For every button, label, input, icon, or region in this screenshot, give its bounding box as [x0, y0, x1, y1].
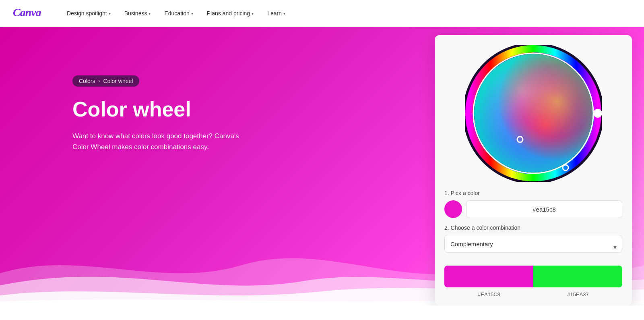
hero-section: Colors › Color wheel Color wheel Want to… [0, 27, 644, 305]
hero-right: 1. Pick a color 2. Choose a color combin… [435, 27, 644, 305]
chevron-down-icon: ▾ [252, 11, 254, 16]
pick-color-label: 1. Pick a color [444, 190, 622, 196]
navbar: Canva Design spotlight ▾ Business ▾ Educ… [0, 0, 644, 27]
chevron-down-icon: ▾ [191, 11, 193, 16]
nav-plans-pricing[interactable]: Plans and pricing ▾ [201, 7, 259, 20]
hero-title: Color wheel [72, 98, 411, 121]
color-code-2: #15EA37 [567, 291, 589, 297]
color-codes: #EA15C8 #15EA37 [444, 291, 622, 297]
breadcrumb: Colors › Color wheel [72, 75, 139, 87]
bottom-section: Color theory and the color wheel Ever wo… [0, 305, 644, 320]
nav-design-spotlight[interactable]: Design spotlight ▾ [61, 7, 116, 20]
color-wheel-container[interactable] [465, 45, 602, 182]
svg-text:Canva: Canva [13, 6, 41, 19]
color-wheel-svg [465, 45, 602, 182]
svg-point-21 [594, 109, 602, 117]
nav-items: Design spotlight ▾ Business ▾ Education … [61, 7, 291, 20]
chevron-down-icon: ▾ [149, 11, 151, 16]
nav-learn[interactable]: Learn ▾ [262, 7, 291, 20]
color-bar-primary [444, 266, 533, 287]
color-bar-complementary [533, 266, 622, 287]
hero-content: Colors › Color wheel Color wheel Want to… [0, 27, 435, 185]
hero-description: Want to know what colors look good toget… [72, 131, 242, 152]
color-swatch[interactable] [444, 200, 462, 218]
chevron-down-icon: ▾ [109, 11, 111, 16]
color-hex-input[interactable] [466, 200, 622, 218]
svg-point-18 [474, 54, 592, 172]
canva-logo[interactable]: Canva [13, 6, 45, 21]
color-panel: 1. Pick a color 2. Choose a color combin… [435, 35, 632, 305]
color-bars [444, 266, 622, 287]
breadcrumb-colors-link[interactable]: Colors [79, 78, 95, 84]
chevron-down-icon: ▾ [283, 11, 285, 16]
combo-select-wrapper: Complementary Analogous Triadic Split-Co… [444, 235, 622, 259]
nav-education[interactable]: Education ▾ [159, 7, 198, 20]
combo-select[interactable]: Complementary Analogous Triadic Split-Co… [444, 235, 622, 253]
color-code-1: #EA15C8 [478, 291, 500, 297]
breadcrumb-chevron-icon: › [98, 78, 100, 84]
pick-color-row [444, 200, 622, 218]
breadcrumb-current: Color wheel [103, 78, 133, 84]
nav-business[interactable]: Business ▾ [119, 7, 157, 20]
combo-label: 2. Choose a color combination [444, 224, 622, 231]
